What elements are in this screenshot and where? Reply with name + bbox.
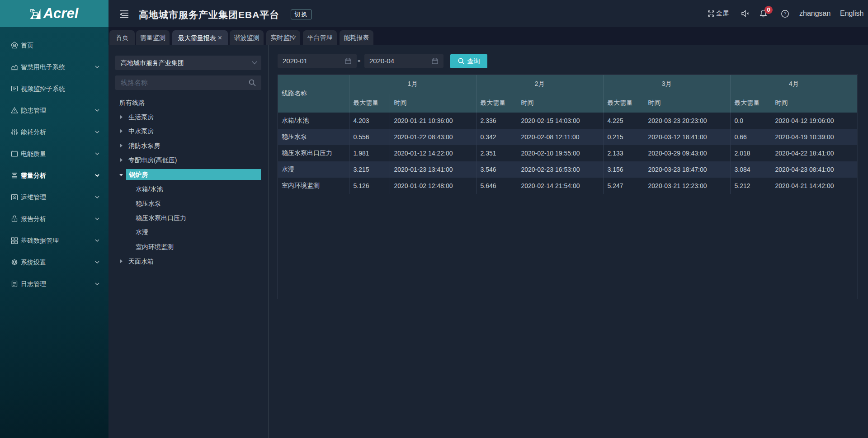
svg-text:?: ? (784, 11, 787, 16)
